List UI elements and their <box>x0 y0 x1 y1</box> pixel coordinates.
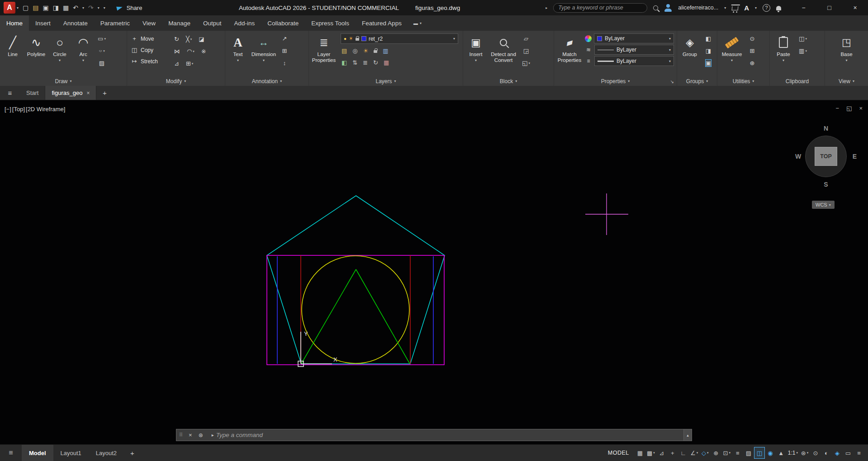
user-menu-arrow-icon[interactable]: ▾ <box>724 6 726 10</box>
command-history-icon[interactable]: ▴ <box>683 429 692 441</box>
measure-dropdown-icon[interactable]: ▾ <box>731 58 733 62</box>
dimension-dropdown-icon[interactable]: ▾ <box>263 58 265 62</box>
search-expander-icon[interactable]: ▸ <box>545 6 547 10</box>
explode-button[interactable]: ※ <box>201 47 206 55</box>
panel-draw-footer[interactable]: Draw▾ <box>0 76 127 86</box>
rectangle-dropdown-icon[interactable]: ▾ <box>104 37 106 41</box>
viewcube[interactable]: N S W E TOP <box>794 125 858 188</box>
circle-dropdown-icon[interactable]: ▾ <box>59 58 61 62</box>
viewport-close-icon[interactable]: × <box>859 105 863 112</box>
viewport-control-visual-style[interactable]: [2D Wireframe] <box>26 106 65 113</box>
undo-button[interactable]: ↶ <box>73 4 78 11</box>
viewport-minimize-icon[interactable]: − <box>836 105 840 112</box>
tab-model[interactable]: Model <box>22 445 53 461</box>
array-dropdown-icon[interactable]: ▾ <box>192 62 194 66</box>
tab-layout1[interactable]: Layout1 <box>53 445 89 461</box>
maximize-button[interactable]: □ <box>816 0 842 15</box>
hatch-button[interactable]: ▨ <box>99 59 104 67</box>
table-button[interactable]: ⊞ <box>282 47 287 55</box>
save-button[interactable]: ▣ <box>43 4 48 11</box>
cut-button[interactable]: ◫▾ <box>799 35 807 42</box>
lineweight-icon[interactable]: ≡ <box>585 58 592 64</box>
viewcube-north[interactable]: N <box>824 125 828 132</box>
text-button[interactable]: A Text ▾ <box>226 32 250 76</box>
fillet-dropdown-icon[interactable]: ▾ <box>193 50 194 53</box>
snap-mode-dropdown-icon[interactable]: ▾ <box>653 451 655 455</box>
rectangle-button[interactable]: ▭▾ <box>98 35 106 42</box>
tab-figuras-geo[interactable]: figuras_geo × <box>45 86 96 100</box>
customization-toggle[interactable]: ≡ <box>854 447 864 459</box>
viewport-restore-icon[interactable]: ◱ <box>846 105 852 112</box>
redo-button[interactable]: ↷ <box>88 4 94 11</box>
tab-home[interactable]: Home <box>0 15 29 31</box>
viewcube-compass[interactable]: TOP <box>805 136 847 177</box>
isometric-drafting-dropdown-icon[interactable]: ▾ <box>707 451 709 455</box>
viewcube-top-face[interactable]: TOP <box>815 147 837 166</box>
layout-menu-icon[interactable]: ≡ <box>0 449 22 457</box>
undo-dropdown-icon[interactable]: ▾ <box>82 6 84 10</box>
save-as-button[interactable]: ◨ <box>53 4 59 11</box>
panel-properties-footer[interactable]: Properties▾↘ <box>554 76 677 86</box>
redo-dropdown-icon[interactable]: ▾ <box>98 6 100 10</box>
move-button[interactable]: +Move <box>131 35 170 42</box>
transparency-toggle[interactable]: ▨ <box>743 447 754 459</box>
new-drawing-tab-button[interactable]: + <box>96 86 113 100</box>
tab-layout2[interactable]: Layout2 <box>89 445 124 461</box>
text-dropdown-icon[interactable]: ▾ <box>237 58 239 62</box>
write-block-button[interactable]: ◲ <box>523 47 529 55</box>
panel-utilities-footer[interactable]: Utilities▾ <box>717 76 769 86</box>
viewport-control-minimize[interactable]: [−] <box>5 106 11 113</box>
id-point-button[interactable]: ⊕ <box>750 59 755 67</box>
make-current-icon[interactable]: ◧ <box>342 59 347 66</box>
properties-dialog-launcher-icon[interactable]: ↘ <box>670 79 674 84</box>
quick-select-button[interactable]: ⊙ <box>750 35 755 42</box>
isometric-drafting-toggle[interactable]: ◇▾ <box>700 447 711 459</box>
layer-dropdown[interactable]: ● ☀ ret_r2 ▾ <box>341 33 458 44</box>
dimension-button[interactable]: ↔ Dimension ▾ <box>250 32 278 76</box>
help-icon[interactable]: ? <box>763 4 770 12</box>
group-button[interactable]: ◈ Group <box>678 32 702 76</box>
tab-insert[interactable]: Insert <box>29 15 57 31</box>
command-line-close-icon[interactable]: × <box>185 432 195 438</box>
selection-cycling-toggle[interactable]: ◫ <box>754 447 765 459</box>
graphics-performance-toggle[interactable]: ◈ <box>832 447 843 459</box>
tab-add-ins[interactable]: Add-ins <box>228 15 261 31</box>
infer-constraints-toggle[interactable]: ⊿ <box>656 447 667 459</box>
polar-tracking-toggle[interactable]: ∠▾ <box>689 447 700 459</box>
quick-calculator-button[interactable]: ⊞ <box>750 47 755 55</box>
mirror-button[interactable]: ⋈ <box>174 47 180 55</box>
viewcube-east[interactable]: E <box>853 153 857 160</box>
match-properties-button[interactable]: ▰ Match Properties <box>555 32 584 76</box>
tab-express-tools[interactable]: Express Tools <box>305 15 356 31</box>
application-menu-button[interactable]: A ▾ <box>4 2 19 14</box>
signed-in-user[interactable]: aliceferreiraco... <box>678 5 718 11</box>
array-button[interactable]: ⊞▾ <box>186 60 193 67</box>
arc-button[interactable]: ◠ Arc ▾ <box>71 32 95 76</box>
annotation-scale-toggle[interactable]: 1:1▾ <box>787 447 799 459</box>
panel-annotation-footer[interactable]: Annotation▾ <box>225 76 308 86</box>
lineweight-arrow-icon[interactable]: ▾ <box>669 59 671 63</box>
copy-clip-button[interactable]: ▥▾ <box>799 47 807 55</box>
block-editor-button[interactable]: ◱▾ <box>522 59 530 67</box>
measure-button[interactable]: Measure ▾ <box>718 32 745 76</box>
annotation-monitor-toggle[interactable]: ⊙ <box>810 447 821 459</box>
object-color-dropdown[interactable]: ByLayer ▾ <box>594 33 674 43</box>
command-input[interactable] <box>216 432 683 438</box>
layer-previous-icon[interactable]: ⇅ <box>352 59 357 66</box>
stretch-button[interactable]: ↦Stretch <box>131 58 170 65</box>
workspace-switching-toggle[interactable]: ⊛▾ <box>799 447 810 459</box>
object-color-arrow-icon[interactable]: ▾ <box>669 37 671 41</box>
base-button[interactable]: ◳ Base ▾ <box>835 32 859 76</box>
object-snap-tracking-toggle[interactable]: ⊕ <box>711 447 721 459</box>
detect-convert-button[interactable]: Detect and Convert <box>488 32 519 76</box>
grid-display-toggle[interactable]: ▦ <box>635 447 645 459</box>
user-avatar[interactable] <box>664 4 672 12</box>
tab-output[interactable]: Output <box>197 15 228 31</box>
viewcube-south[interactable]: S <box>824 181 828 188</box>
drawing-canvas[interactable]: XY <box>0 100 868 444</box>
dimension-style-button[interactable]: ↕ <box>283 59 286 67</box>
tab-start[interactable]: Start <box>20 86 45 100</box>
tab-manage[interactable]: Manage <box>162 15 197 31</box>
minimize-button[interactable]: − <box>791 0 816 15</box>
panel-block-footer[interactable]: Block▾ <box>463 76 554 86</box>
